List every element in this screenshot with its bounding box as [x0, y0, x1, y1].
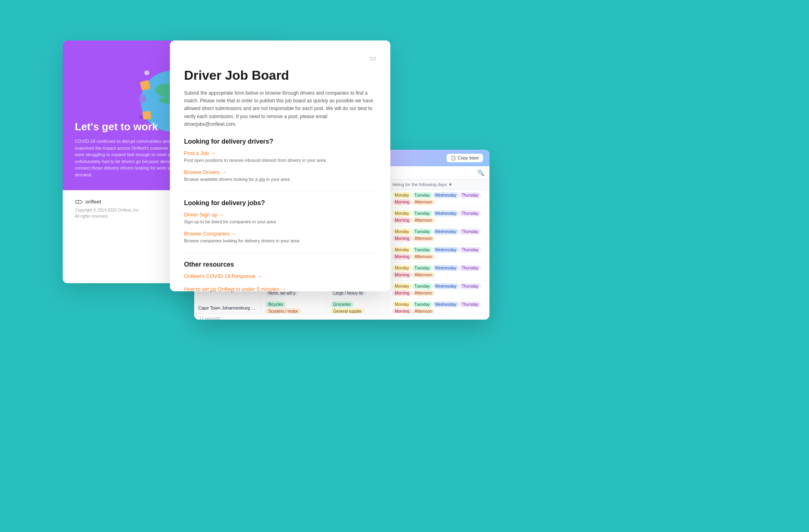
- infinity-icon: ∞: [184, 53, 376, 64]
- browse-companies-desc: Browse companies looking for delivery dr…: [184, 238, 376, 244]
- day-tag: Tuesday: [412, 192, 432, 198]
- product-tag: General supplie: [330, 308, 364, 313]
- day-tag: Monday: [392, 301, 412, 307]
- covid-link[interactable]: Onfleet's COVID-19 Response →: [184, 273, 262, 279]
- browse-companies-item: Browse Companies → Browse companies look…: [184, 230, 376, 244]
- setup-link-item: How to set up Onfleet in under 5 minutes…: [184, 285, 376, 292]
- section-divider-2: [184, 252, 376, 253]
- day-tag: Tuesday: [412, 210, 432, 216]
- city-cell: Cape Town Johannesburg ...: [194, 299, 261, 314]
- setup-link[interactable]: How to set up Onfleet in under 5 minutes…: [184, 286, 286, 292]
- day-tag: Afternoon: [412, 199, 434, 205]
- day-tag: Tuesday: [412, 247, 432, 253]
- day-tag: Monday: [392, 192, 412, 198]
- section1-heading: Looking for delivery drivers?: [184, 138, 376, 145]
- day-tag: Wednesday: [433, 301, 459, 307]
- products-cell: GroceriesGeneral supplie: [326, 299, 388, 314]
- vehicle-tag: Bicycles: [265, 301, 286, 307]
- day-tag: Tuesday: [412, 283, 432, 289]
- col-days[interactable]: Hiring for the following days ▼: [388, 180, 489, 190]
- day-tag: Tuesday: [412, 301, 432, 307]
- onfleet-logo-text: onfleet: [85, 199, 101, 205]
- product-tag: Groceries: [330, 301, 354, 307]
- driver-signup-link[interactable]: Driver Sign up →: [184, 212, 224, 218]
- other-resources-heading: Other resources: [184, 261, 376, 268]
- driver-signup-item: Driver Sign up → Sign up to be listed fo…: [184, 211, 376, 225]
- day-tag: Wednesday: [433, 247, 459, 253]
- day-tag: Thursday: [459, 247, 481, 253]
- day-tag: Thursday: [459, 265, 481, 271]
- day-tag: Wednesday: [433, 192, 459, 198]
- browse-drivers-item: Browse Drivers → Browse available driver…: [184, 168, 376, 182]
- day-tag: Wednesday: [433, 210, 459, 216]
- section-divider-1: [184, 191, 376, 191]
- day-tag: Monday: [392, 265, 412, 271]
- day-tag: Monday: [392, 229, 412, 235]
- post-job-desc: Post open positions to receive inbound i…: [184, 157, 376, 163]
- day-tag: Afternoon: [412, 254, 434, 260]
- day-tag: Morning: [392, 217, 412, 223]
- days-cell: MondayTuesdayWednesdayThursdayMorningAft…: [388, 226, 489, 244]
- day-tag: Afternoon: [412, 235, 434, 242]
- vehicle-tag: Scooters / motor: [265, 308, 301, 313]
- days-cell: MondayTuesdayWednesdayThursdayMorningAft…: [388, 263, 489, 281]
- day-tag: Morning: [392, 272, 412, 278]
- onfleet-logo-icon: [75, 199, 83, 204]
- browse-companies-link[interactable]: Browse Companies →: [184, 231, 236, 237]
- days-cell: MondayTuesdayWednesdayThursdayMorningAft…: [388, 281, 489, 299]
- db-footer: 11 records: [194, 313, 489, 320]
- search-button[interactable]: 🔍: [477, 169, 485, 177]
- day-tag: Morning: [392, 235, 412, 242]
- day-tag: Thursday: [459, 301, 481, 307]
- days-cell: MondayTuesdayWednesdayThursdayMorningAft…: [388, 208, 489, 226]
- day-tag: Morning: [392, 290, 412, 296]
- day-tag: Morning: [392, 199, 412, 205]
- svg-rect-4: [142, 111, 151, 120]
- day-tag: Afternoon: [412, 217, 434, 223]
- day-tag: Monday: [392, 247, 412, 253]
- day-tag: Monday: [392, 283, 412, 289]
- day-tag: Afternoon: [412, 272, 434, 278]
- section2-heading: Looking for delivery jobs?: [184, 199, 376, 207]
- day-tag: Afternoon: [412, 290, 434, 296]
- record-count: 11 records: [199, 316, 220, 320]
- day-tag: Morning: [392, 254, 412, 260]
- day-tag: Wednesday: [433, 265, 459, 271]
- page-title: Driver Job Board: [184, 68, 376, 83]
- day-tag: Wednesday: [433, 283, 459, 289]
- copy-base-button[interactable]: 📋 Copy base: [447, 154, 483, 162]
- days-cell: MondayTuesdayWednesdayThursdayMorningAft…: [388, 190, 489, 208]
- day-tag: Thursday: [459, 210, 481, 216]
- post-job-item: Post a Job → Post open positions to rece…: [184, 149, 376, 163]
- day-tag: Thursday: [459, 229, 481, 235]
- content-card: ∞ Driver Job Board Submit the appropriat…: [170, 40, 390, 291]
- day-tag: Wednesday: [433, 229, 459, 235]
- table-row[interactable]: Cape Town Johannesburg ...BicyclesScoote…: [194, 299, 489, 314]
- browse-drivers-link[interactable]: Browse Drivers →: [184, 169, 227, 175]
- driver-signup-desc: Sign up to be listed for companies in yo…: [184, 219, 376, 225]
- vehicles-cell: BicyclesScooters / motor: [261, 299, 326, 314]
- covid-link-item: Onfleet's COVID-19 Response →: [184, 272, 376, 280]
- day-tag: Morning: [392, 308, 412, 313]
- browse-drivers-desc: Browse available drivers looking for a g…: [184, 176, 376, 182]
- days-cell: MondayTuesdayWednesdayThursdayMorningAft…: [388, 299, 489, 314]
- post-job-link[interactable]: Post a Job →: [184, 150, 216, 156]
- page-description: Submit the appropriate form below or bro…: [184, 89, 376, 128]
- svg-rect-9: [139, 95, 146, 102]
- day-tag: Tuesday: [412, 265, 432, 271]
- day-tag: Tuesday: [412, 229, 432, 235]
- day-tag: Thursday: [459, 283, 481, 289]
- svg-point-7: [144, 70, 149, 75]
- day-tag: Monday: [392, 210, 412, 216]
- content-inner: ∞ Driver Job Board Submit the appropriat…: [170, 40, 390, 291]
- days-cell: MondayTuesdayWednesdayThursdayMorningAft…: [388, 244, 489, 263]
- day-tag: Afternoon: [412, 308, 434, 313]
- day-tag: Thursday: [459, 192, 481, 198]
